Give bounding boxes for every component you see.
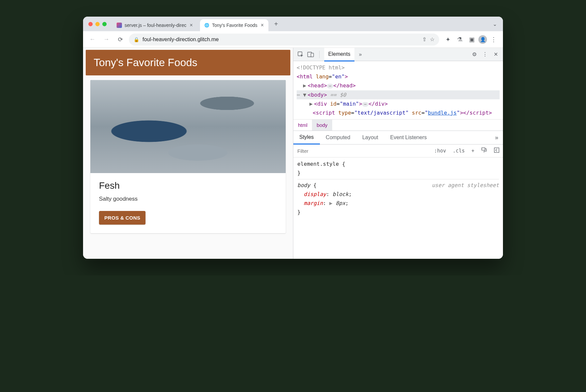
devtools-toolbar: Elements » ⚙ ⋮ ✕ [293, 48, 503, 61]
cls-toggle[interactable]: .cls [449, 145, 468, 156]
elements-tree[interactable]: <!DOCTYPE html> <html lang="en"> ▶<head>… [293, 61, 503, 119]
div-main-node[interactable]: ▶<div id="main">⋯</div> [297, 99, 500, 108]
device-toolbar-icon[interactable] [307, 50, 315, 58]
devtools-close-icon[interactable]: ✕ [492, 50, 500, 58]
side-panel-icon[interactable]: ▣ [466, 34, 477, 45]
extensions-icon[interactable]: ✦ [442, 34, 453, 45]
bookmark-star-icon[interactable]: ☆ [430, 36, 435, 43]
lock-icon: 🔒 [134, 37, 139, 42]
tab-styles[interactable]: Styles [293, 131, 320, 145]
paint-icon[interactable] [478, 145, 490, 157]
address-bar[interactable]: 🔒 foul-heavenly-direction.glitch.me ⇧ ☆ [129, 34, 439, 46]
pros-cons-button[interactable]: PROS & CONS [99, 211, 146, 225]
maximize-window-button[interactable] [102, 22, 107, 26]
devtools-panel: Elements » ⚙ ⋮ ✕ <!DOCTYPE html> <html l… [293, 48, 503, 259]
content-area: Tony's Favorite Foods Fesh Salty goodnes… [83, 48, 503, 259]
tab-layout[interactable]: Layout [356, 131, 384, 144]
page-title: Tony's Favorite Foods [86, 50, 290, 75]
tab-glitch-editor[interactable]: server.js – foul-heavenly-direc × [113, 19, 197, 31]
styles-filter-input[interactable] [293, 146, 431, 156]
share-icon[interactable]: ⇧ [422, 36, 427, 43]
labs-icon[interactable]: ⚗ [454, 34, 465, 45]
minimize-window-button[interactable] [95, 22, 100, 26]
devtools-settings-icon[interactable]: ⚙ [470, 50, 478, 58]
hov-toggle[interactable]: :hov [431, 145, 449, 156]
script-node[interactable]: <script type="text/javascript" src="bund… [297, 108, 500, 117]
devtools-kebab-icon[interactable]: ⋮ [481, 50, 489, 58]
food-card-subtitle: Salty goodness [99, 196, 277, 202]
styles-toolbar: :hov .cls + [293, 145, 503, 157]
globe-favicon-icon: 🌐 [204, 23, 209, 28]
body-node-selected[interactable]: ⋯ ▼<body> == $0 [297, 90, 500, 99]
svg-rect-4 [494, 148, 499, 152]
back-button[interactable]: ← [87, 34, 98, 45]
forward-button[interactable]: → [101, 34, 112, 45]
window-controls [88, 22, 107, 26]
styles-rules[interactable]: element.style {} user agent stylesheet b… [293, 157, 503, 259]
close-window-button[interactable] [88, 22, 93, 26]
tab-event-listeners[interactable]: Event Listeners [384, 131, 433, 144]
rule-source: user agent stylesheet [432, 181, 499, 190]
browser-window: server.js – foul-heavenly-direc × 🌐 Tony… [83, 17, 503, 259]
close-tab-icon[interactable]: × [260, 22, 264, 28]
close-tab-icon[interactable]: × [189, 22, 193, 28]
food-card-title: Fesh [99, 180, 277, 191]
svg-rect-3 [482, 148, 485, 150]
tab-label: Tony's Favorite Foods [212, 23, 257, 28]
svg-rect-2 [311, 53, 314, 57]
body-rule[interactable]: user agent stylesheet body { display: bl… [297, 179, 499, 217]
styles-tabs-more-icon[interactable]: » [490, 134, 503, 141]
breadcrumb-html[interactable]: html [293, 120, 312, 131]
styles-subpanel-tabs: Styles Computed Layout Event Listeners » [293, 131, 503, 145]
devtools-tab-elements[interactable]: Elements [324, 48, 354, 61]
html-open-node[interactable]: <html lang="en"> [297, 72, 500, 81]
elements-breadcrumb: html body [293, 119, 503, 131]
tab-list-chevron-icon[interactable]: ⌄ [490, 21, 500, 27]
tab-tonys-foods[interactable]: 🌐 Tony's Favorite Foods × [200, 19, 268, 31]
url-text: foul-heavenly-direction.glitch.me [143, 37, 419, 43]
browser-toolbar: ← → ⟳ 🔒 foul-heavenly-direction.glitch.m… [83, 31, 503, 48]
tab-label: server.js – foul-heavenly-direc [125, 23, 186, 28]
tab-computed[interactable]: Computed [320, 131, 356, 144]
glitch-favicon-icon [117, 23, 122, 28]
food-image [90, 80, 286, 173]
tab-strip: server.js – foul-heavenly-direc × 🌐 Tony… [83, 17, 503, 31]
breadcrumb-body[interactable]: body [312, 120, 332, 131]
rendered-page: Tony's Favorite Foods Fesh Salty goodnes… [83, 48, 293, 259]
computed-sidebar-icon[interactable] [490, 145, 503, 157]
devtools-tabs-more-icon[interactable]: » [356, 50, 364, 58]
element-style-rule[interactable]: element.style {} [297, 159, 499, 177]
doctype-node: <!DOCTYPE html> [297, 63, 500, 72]
inspect-element-icon[interactable] [297, 50, 305, 58]
chrome-menu-icon[interactable]: ⋮ [488, 34, 499, 45]
reload-button[interactable]: ⟳ [115, 34, 126, 45]
food-card: Fesh Salty goodness PROS & CONS [90, 80, 286, 233]
head-node[interactable]: ▶<head>⋯</head> [297, 81, 500, 90]
new-tab-button[interactable]: + [271, 19, 281, 29]
new-style-rule-button[interactable]: + [468, 145, 478, 156]
profile-avatar[interactable]: 👤 [478, 35, 487, 44]
